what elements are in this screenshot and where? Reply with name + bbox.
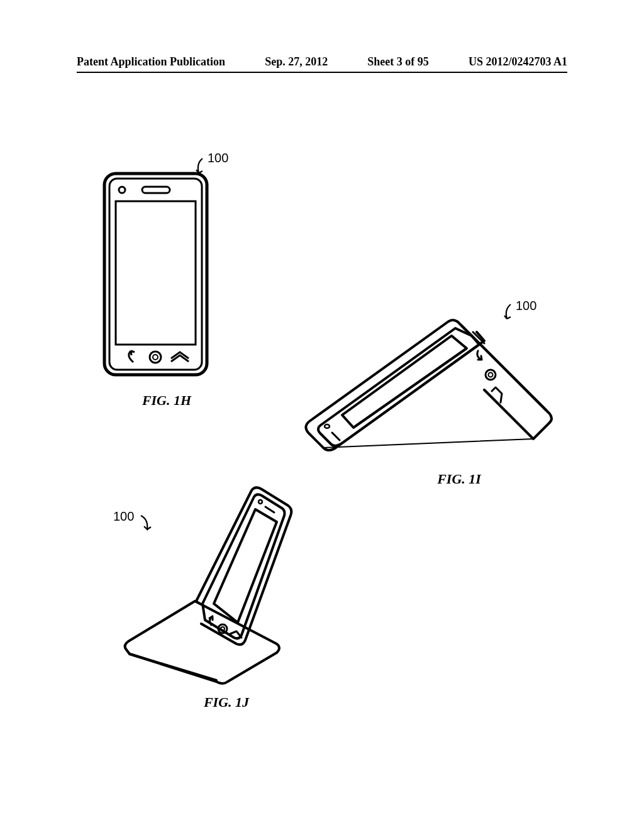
figure-1h: 100 FIG. 1H: [101, 170, 226, 409]
publication-type: Patent Application Publication: [77, 55, 225, 69]
lead-line-arrow-icon: [503, 303, 644, 448]
svg-point-8: [489, 373, 493, 377]
lead-line-arrow-icon: [195, 157, 305, 371]
svg-point-2: [119, 187, 125, 193]
svg-point-5: [150, 351, 161, 363]
svg-rect-1: [109, 179, 202, 370]
svg-rect-4: [116, 201, 196, 345]
publication-date: Sep. 27, 2012: [265, 55, 328, 69]
publication-number: US 2012/0242703 A1: [469, 55, 567, 69]
figure-label: FIG. 1H: [107, 392, 226, 409]
device-closed-front-illustration: [101, 170, 211, 384]
svg-point-6: [153, 355, 158, 360]
svg-rect-3: [142, 187, 170, 193]
figure-label: FIG. 1I: [358, 471, 560, 487]
lead-line-arrow-icon: [138, 514, 314, 716]
svg-point-7: [486, 370, 496, 380]
figure-1j: 100 FIG. 1J: [119, 484, 321, 711]
page-header: Patent Application Publication Sep. 27, …: [0, 55, 644, 74]
header-rule: [77, 72, 567, 73]
reference-numeral-100: 100: [113, 509, 134, 524]
sheet-number: Sheet 3 of 95: [367, 55, 429, 69]
figure-1i: 100: [296, 314, 560, 487]
svg-point-9: [325, 424, 330, 428]
svg-point-10: [258, 500, 262, 504]
